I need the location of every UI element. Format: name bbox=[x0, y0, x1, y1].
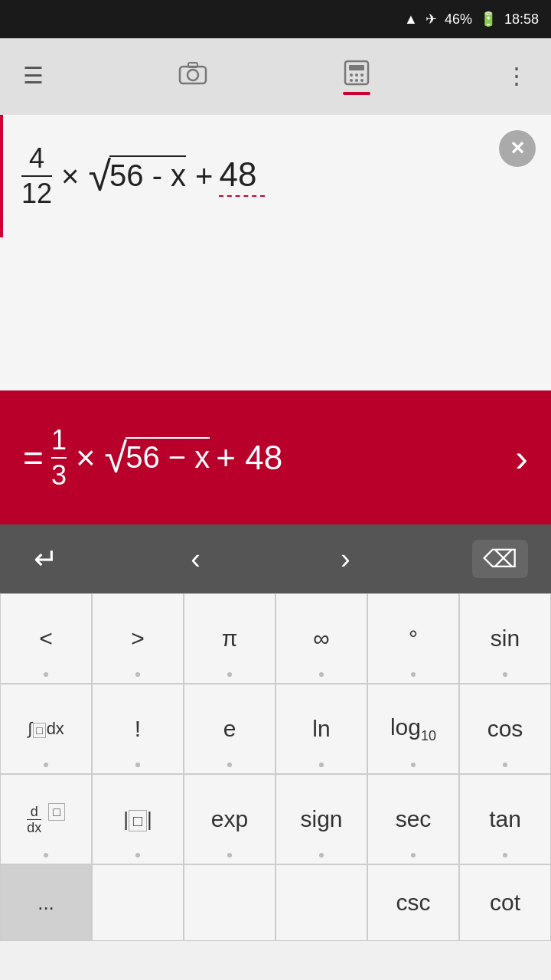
right-arrow-icon: › bbox=[341, 543, 350, 576]
camera-icon[interactable] bbox=[178, 60, 207, 90]
toolbar: ☰ ⋮ bbox=[0, 38, 551, 115]
svg-rect-4 bbox=[349, 65, 364, 70]
key-cos[interactable]: cos bbox=[459, 684, 551, 774]
sign-label: sign bbox=[300, 806, 342, 832]
key-derivative[interactable]: d dx □ bbox=[0, 774, 92, 864]
more-icon[interactable]: ⋮ bbox=[505, 62, 528, 89]
key-empty-1 bbox=[92, 864, 184, 941]
key-ln[interactable]: ln bbox=[276, 684, 367, 774]
tan-label: tan bbox=[489, 806, 521, 832]
svg-point-1 bbox=[187, 70, 198, 80]
csc-label: csc bbox=[396, 890, 431, 916]
key-row-3: d dx □ |□| exp sign sec tan bbox=[0, 774, 551, 864]
key-row-2: ∫□dx ! e ln log10 cos bbox=[0, 684, 551, 774]
wifi-icon: ▲ bbox=[404, 11, 418, 28]
times-symbol: × bbox=[61, 159, 79, 194]
log10-label: log10 bbox=[390, 714, 436, 744]
cos-label: cos bbox=[487, 716, 523, 742]
result-rest: + 48 bbox=[216, 439, 282, 477]
key-degree[interactable]: ° bbox=[367, 593, 459, 684]
result-denominator: 3 bbox=[51, 460, 67, 491]
svg-point-8 bbox=[350, 79, 353, 82]
status-bar: ▲ ✈ 46% 🔋 18:58 bbox=[0, 0, 551, 38]
result-chevron[interactable]: › bbox=[515, 436, 528, 480]
key-row-4: ... csc cot bbox=[0, 864, 551, 941]
result-sqrt-sign: √ bbox=[105, 437, 128, 479]
fraction: 4 12 bbox=[21, 143, 52, 208]
current-input: 48 bbox=[219, 155, 265, 197]
ln-label: ln bbox=[312, 716, 330, 742]
result-equals: = bbox=[23, 437, 44, 479]
svg-rect-2 bbox=[188, 63, 197, 67]
key-less-than[interactable]: < bbox=[0, 593, 92, 684]
menu-icon[interactable]: ☰ bbox=[23, 62, 44, 89]
degree-label: ° bbox=[409, 626, 418, 652]
key-ellipsis[interactable]: ... bbox=[0, 864, 92, 941]
backspace-button[interactable]: ⌫ bbox=[472, 540, 528, 578]
key-empty-3 bbox=[276, 864, 367, 941]
exp-label: exp bbox=[211, 806, 248, 832]
battery-text: 46% bbox=[445, 11, 472, 28]
key-tan[interactable]: tan bbox=[459, 774, 551, 864]
result-expression: = 1 3 × √ 56 − x + 48 bbox=[23, 425, 282, 490]
expression-area: 4 12 × √ 56 - x + 48 ✕ bbox=[0, 115, 551, 237]
key-sec[interactable]: sec bbox=[367, 774, 459, 864]
infinity-label: ∞ bbox=[313, 626, 329, 652]
sqrt-sign: √ bbox=[88, 155, 111, 197]
key-sign[interactable]: sign bbox=[276, 774, 367, 864]
key-csc[interactable]: csc bbox=[367, 864, 459, 941]
sec-label: sec bbox=[396, 806, 432, 832]
nav-row: ↵ ‹ › ⌫ bbox=[0, 524, 551, 593]
result-sqrt-wrapper: √ 56 − x bbox=[105, 437, 210, 479]
svg-point-7 bbox=[360, 74, 364, 77]
ellipsis-label: ... bbox=[37, 891, 54, 915]
result-fraction-bar bbox=[51, 457, 67, 459]
expression-content: 4 12 × √ 56 - x + 48 bbox=[18, 143, 265, 208]
key-factorial[interactable]: ! bbox=[92, 684, 184, 774]
key-cot[interactable]: cot bbox=[459, 864, 551, 941]
fraction-denominator: 12 bbox=[21, 178, 52, 209]
sin-label: sin bbox=[491, 626, 520, 652]
derivative-label: d dx □ bbox=[27, 805, 65, 835]
euler-label: e bbox=[223, 716, 236, 742]
enter-button[interactable]: ↵ bbox=[23, 542, 69, 576]
cot-label: cot bbox=[490, 890, 520, 916]
key-integral[interactable]: ∫□dx bbox=[0, 684, 92, 774]
calculator-tab[interactable] bbox=[343, 59, 370, 92]
integral-label: ∫□dx bbox=[28, 720, 64, 737]
empty-space bbox=[0, 237, 551, 390]
left-arrow-icon: ‹ bbox=[191, 543, 201, 576]
sqrt-wrapper: √ 56 - x bbox=[88, 155, 186, 197]
backspace-icon: ⌫ bbox=[483, 544, 517, 573]
key-log10[interactable]: log10 bbox=[367, 684, 459, 774]
airplane-icon: ✈ bbox=[425, 11, 437, 28]
battery-icon: 🔋 bbox=[480, 11, 497, 28]
nav-right-button[interactable]: › bbox=[322, 543, 368, 576]
pi-label: π bbox=[222, 626, 238, 652]
key-pi[interactable]: π bbox=[184, 593, 276, 684]
svg-point-9 bbox=[355, 79, 358, 82]
clear-button[interactable]: ✕ bbox=[499, 130, 536, 167]
svg-point-10 bbox=[360, 79, 364, 82]
key-abs[interactable]: |□| bbox=[92, 774, 184, 864]
result-sqrt-content: 56 − x bbox=[126, 437, 210, 475]
key-sin[interactable]: sin bbox=[459, 593, 551, 684]
key-infinity[interactable]: ∞ bbox=[276, 593, 367, 684]
calculator-icon bbox=[343, 66, 370, 91]
result-fraction: 1 3 bbox=[51, 425, 67, 490]
fraction-bar bbox=[21, 175, 52, 177]
sqrt-content: 56 - x bbox=[109, 155, 186, 193]
abs-label: |□| bbox=[123, 808, 152, 831]
nav-left-button[interactable]: ‹ bbox=[173, 543, 219, 576]
less-than-label: < bbox=[39, 626, 53, 652]
time-text: 18:58 bbox=[504, 11, 539, 28]
keyboard: < > π ∞ ° sin ∫□dx ! bbox=[0, 593, 551, 941]
result-area: = 1 3 × √ 56 − x + 48 › bbox=[0, 390, 551, 524]
sqrt-inner: 56 - x bbox=[109, 158, 186, 193]
key-row-1: < > π ∞ ° sin bbox=[0, 593, 551, 684]
key-greater-than[interactable]: > bbox=[92, 593, 184, 684]
key-euler[interactable]: e bbox=[184, 684, 276, 774]
fraction-numerator: 4 bbox=[29, 143, 44, 174]
svg-point-5 bbox=[350, 74, 353, 77]
key-exp[interactable]: exp bbox=[184, 774, 276, 864]
